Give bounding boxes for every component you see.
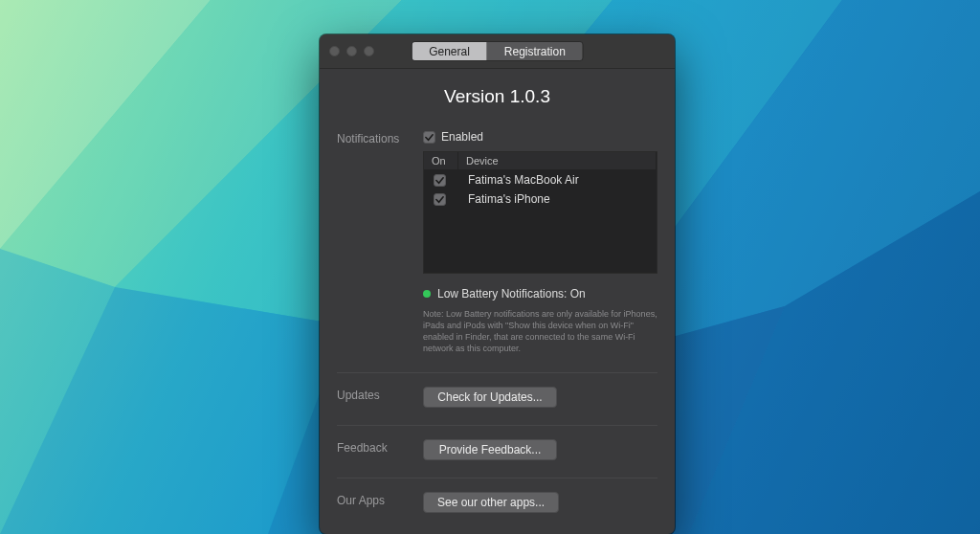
low-battery-status: Low Battery Notifications: On <box>423 287 657 300</box>
tab-general[interactable]: General <box>412 42 487 60</box>
close-icon[interactable] <box>329 46 340 56</box>
section-updates: Updates Check for Updates... <box>337 372 657 415</box>
devices-table: On Device Fatima's MacBook Air <box>423 151 657 274</box>
titlebar: General Registration <box>320 34 675 69</box>
see-other-apps-button[interactable]: See our other apps... <box>423 492 559 513</box>
check-updates-button[interactable]: Check for Updates... <box>423 387 557 408</box>
provide-feedback-button[interactable]: Provide Feedback... <box>423 439 557 460</box>
tab-registration[interactable]: Registration <box>487 42 583 60</box>
zoom-icon[interactable] <box>364 46 374 56</box>
preferences-window: General Registration Version 1.0.3 Notif… <box>320 34 675 534</box>
table-row[interactable]: Fatima's MacBook Air <box>424 170 657 189</box>
window-controls <box>329 46 374 56</box>
checkbox-icon <box>423 131 435 144</box>
status-dot-icon <box>423 290 431 298</box>
content: Notifications Enabled On Device <box>320 122 675 534</box>
table-row[interactable]: Fatima's iPhone <box>424 189 657 209</box>
section-notifications: Notifications Enabled On Device <box>337 122 657 363</box>
ourapps-label: Our Apps <box>337 492 410 513</box>
row-device-name: Fatima's MacBook Air <box>466 173 649 187</box>
feedback-label: Feedback <box>337 439 410 460</box>
row-checkbox-icon[interactable] <box>434 193 446 206</box>
row-device-name: Fatima's iPhone <box>466 192 649 206</box>
col-device[interactable]: Device <box>458 152 657 169</box>
table-header: On Device <box>424 152 657 170</box>
version-title: Version 1.0.3 <box>320 69 675 122</box>
col-on[interactable]: On <box>424 152 458 169</box>
enabled-checkbox[interactable]: Enabled <box>423 130 657 144</box>
status-text: Low Battery Notifications: On <box>437 287 586 300</box>
section-ourapps: Our Apps See our other apps... <box>337 478 657 521</box>
updates-label: Updates <box>337 387 410 408</box>
tab-bar: General Registration <box>411 41 584 61</box>
enabled-label: Enabled <box>441 130 483 144</box>
notifications-label: Notifications <box>337 130 410 355</box>
section-feedback: Feedback Provide Feedback... <box>337 425 657 468</box>
minimize-icon[interactable] <box>346 46 357 56</box>
row-checkbox-icon[interactable] <box>434 174 446 187</box>
notifications-note: Note: Low Battery notifications are only… <box>423 308 657 355</box>
